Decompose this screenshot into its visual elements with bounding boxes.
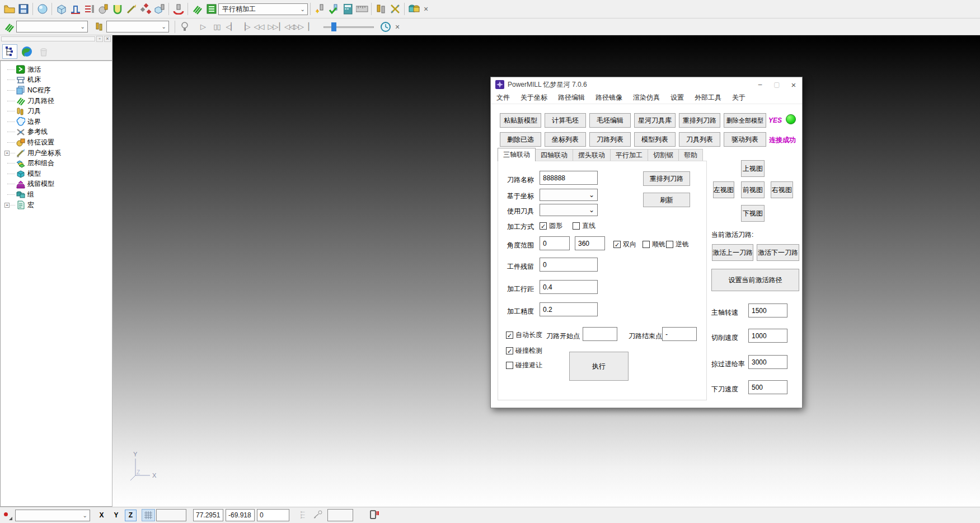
use-tool-combobox[interactable]: ⌄ [540, 204, 598, 216]
tab-4axis[interactable]: 四轴联动 [535, 149, 573, 161]
tab-head-tilt[interactable]: 摆头联动 [573, 149, 611, 161]
tree-item-tools[interactable]: 刀具 [4, 106, 112, 116]
delete-all-models-button[interactable]: 删除全部模型 [724, 113, 766, 128]
set-active-path-button[interactable]: 设置当前激活路径 [711, 269, 799, 291]
view-bottom-button[interactable]: 下视图 [741, 205, 765, 222]
highlight-icon[interactable] [177, 20, 191, 34]
context-menu-button[interactable] [2, 510, 13, 521]
undercut-tool-icon[interactable] [171, 2, 185, 16]
tool-activate-icon[interactable] [313, 2, 327, 16]
bidirectional-checkbox[interactable]: ✓双向 [613, 240, 636, 249]
view-right-button[interactable]: 右视图 [771, 181, 793, 198]
tool-pair-icon[interactable] [374, 2, 388, 16]
tree-item-feature-sets[interactable]: 特征设置 [4, 137, 112, 148]
open-project-icon[interactable] [2, 2, 16, 16]
tree-item-boundaries[interactable]: 边界 [4, 116, 112, 127]
zlevel-icon[interactable] [82, 2, 96, 16]
tab-explorer-web[interactable] [19, 44, 34, 59]
spindle-speed-input[interactable] [748, 303, 787, 317]
rearrange-toolpaths-button[interactable]: 重排列刀路 [679, 113, 720, 128]
feedrate-icon[interactable] [68, 2, 82, 16]
stock-input[interactable] [540, 258, 598, 272]
axis-y-button[interactable]: Y [110, 510, 122, 521]
menu-render-sim[interactable]: 渲染仿真 [633, 93, 660, 102]
pattern-pencil-icon[interactable] [124, 2, 138, 16]
start-point-input[interactable] [583, 327, 617, 341]
toolpath-list-button[interactable]: 刀路列表 [589, 132, 631, 147]
compute-block-button[interactable]: 计算毛坯 [545, 113, 586, 128]
maximize-button[interactable]: ▢ [768, 78, 785, 91]
tree-item-levels-sets[interactable]: 层和组合 [4, 158, 112, 169]
go-to-start-icon[interactable]: ▏◁◁ [280, 20, 294, 34]
tab-3axis[interactable]: 三轴联动 [498, 148, 536, 161]
tree-item-nc-programs[interactable]: NC程序 [4, 85, 112, 96]
cutting-feed-input[interactable] [748, 329, 787, 343]
view-left-button[interactable]: 左视图 [713, 181, 734, 198]
angle-to-input[interactable] [575, 236, 605, 250]
tree-item-active[interactable]: 激活 [4, 64, 112, 75]
measure-icon[interactable] [355, 2, 369, 16]
tab-explorer-tree[interactable] [2, 44, 17, 59]
menu-file[interactable]: 文件 [496, 93, 510, 102]
toolpath-list-icon[interactable] [204, 2, 218, 16]
model-list-button[interactable]: 模型列表 [634, 132, 676, 147]
rearrange-button[interactable]: 重排列刀路 [643, 171, 690, 186]
step-forward-icon[interactable]: ▕▷ [238, 20, 252, 34]
step-back-icon[interactable]: ◁▏ [224, 20, 238, 34]
sim-toolpath-combobox[interactable]: ⌄ [16, 21, 88, 32]
auto-length-checkbox[interactable]: ✓自动长度 [506, 330, 542, 340]
dialog-titlebar[interactable]: PowerMILL 忆梦星河 7.0.6 – ▢ × [491, 77, 802, 92]
minimize-button[interactable]: – [752, 78, 768, 91]
base-coord-combobox[interactable]: ⌄ [540, 189, 598, 201]
toolpath-icon[interactable] [190, 2, 204, 16]
boundary-curve-icon[interactable] [110, 2, 124, 16]
stepover-input[interactable] [540, 280, 598, 294]
tool-icon[interactable] [96, 2, 110, 16]
tolerance-input[interactable] [540, 302, 598, 316]
close-button[interactable]: × [785, 78, 802, 91]
collision-avoid-checkbox[interactable]: 碰撞避让 [506, 361, 542, 370]
method-circle-checkbox[interactable]: ✓圆形 [540, 221, 562, 231]
end-point-input[interactable] [662, 327, 697, 341]
fast-forward-icon[interactable]: ▷▷ [266, 20, 280, 34]
speed-slider[interactable] [323, 22, 374, 31]
rewind-icon[interactable]: ◁◁ [252, 20, 266, 34]
refresh-button[interactable]: 刷新 [643, 193, 690, 207]
float-panel-icon[interactable]: ▫ [96, 36, 103, 42]
view-top-button[interactable]: 上视图 [741, 160, 765, 177]
points-icon[interactable] [138, 2, 152, 16]
method-line-checkbox[interactable]: 直线 [573, 221, 595, 231]
tool-library-button[interactable]: 星河刀具库 [634, 113, 676, 128]
tab-help[interactable]: 帮助 [678, 149, 703, 161]
slider-handle[interactable] [331, 22, 336, 31]
tree-item-models[interactable]: 模型 [4, 169, 112, 179]
menu-about[interactable]: 关于 [732, 93, 745, 102]
skim-feed-input[interactable] [748, 355, 787, 369]
go-to-end-icon[interactable]: ▷▷▕ [294, 20, 308, 34]
axis-z-button[interactable]: Z [125, 510, 137, 521]
collision-check-checkbox[interactable]: ✓碰撞检测 [506, 346, 542, 356]
play-icon[interactable]: ▷ [196, 20, 210, 34]
activate-prev-toolpath-button[interactable]: 激活上一刀路 [712, 244, 753, 261]
view-front-button[interactable]: 前视图 [741, 181, 765, 198]
clock-icon[interactable] [378, 20, 392, 34]
paste-new-model-button[interactable]: 粘贴新模型 [500, 113, 541, 128]
toolbar-close-icon[interactable]: × [421, 4, 431, 13]
activate-next-toolpath-button[interactable]: 激活下一刀路 [757, 244, 799, 261]
tool-list-button[interactable]: 刀具列表 [679, 132, 720, 147]
menu-settings[interactable]: 设置 [670, 93, 684, 102]
menu-about-coords[interactable]: 关于坐标 [521, 93, 547, 102]
strategy-combobox[interactable]: 平行精加工 ⌄ [218, 3, 308, 15]
pause-icon[interactable]: ▯▯ [210, 20, 224, 34]
climb-checkbox[interactable]: 顺铣 [643, 240, 665, 249]
coord-list-icon[interactable]: x—y—z— [301, 510, 310, 521]
block-icon[interactable] [54, 2, 68, 16]
tree-item-workplanes[interactable]: +用户坐标系 [4, 148, 112, 158]
tab-saw[interactable]: 切割锯 [648, 149, 679, 161]
tree-item-toolpaths[interactable]: 刀具路径 [4, 96, 112, 106]
menu-external-tools[interactable]: 外部工具 [695, 93, 721, 102]
toolbar-close-icon[interactable]: × [392, 22, 402, 31]
calculator-icon[interactable] [341, 2, 355, 16]
simulate-icon[interactable] [407, 2, 421, 16]
menu-path-edit[interactable]: 路径编辑 [558, 93, 585, 102]
